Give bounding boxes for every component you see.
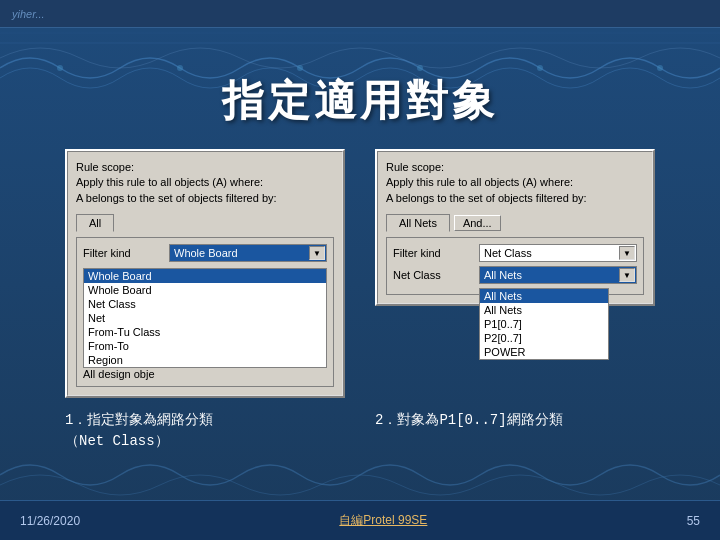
label-right: 2．對象為P1[0..7]網路分類 [375,410,655,452]
net-class-item-power[interactable]: POWER [480,345,608,359]
footer-center: 自編Protel 99SE [339,512,427,529]
dialog-right-inner: Rule scope: Apply this rule to all objec… [377,151,653,304]
labels-container: 1．指定對象為網路分類 （Net Class） 2．對象為P1[0..7]網路分… [65,410,655,452]
svg-point-4 [537,65,543,71]
rule-scope-right-line3: A belongs to the set of objects filtered… [386,192,587,204]
dropdown-item-from-to[interactable]: From-To [84,339,326,353]
net-class-row: Net Class All Nets ▼ All Nets All Nets [393,266,637,284]
footer: 11/26/2020 自編Protel 99SE 55 [0,500,720,540]
rule-scope-left: Rule scope: Apply this rule to all objec… [76,160,334,206]
dropdown-item-whole-board-2[interactable]: Whole Board [84,283,326,297]
label-left-line2: （Net Class） [65,433,169,449]
net-class-label: Net Class [393,269,473,281]
filter-kind-dropdown-arrow-right[interactable]: ▼ [619,246,635,260]
svg-point-3 [417,65,423,71]
all-design-row: All design obje [83,368,327,380]
net-class-item-all-nets-2[interactable]: All Nets [480,303,608,317]
filter-select-wrapper-right: Net Class ▼ [479,244,637,262]
rule-scope-line1: Rule scope: [76,161,134,173]
slide-container: yiher... 指定適用對象 [0,0,720,540]
filter-kind-label-left: Filter kind [83,247,163,259]
dropdown-item-whole-board-1[interactable]: Whole Board [84,269,326,283]
filter-select-wrapper-left: Whole Board ▼ [169,244,327,262]
net-class-select-wrapper: All Nets ▼ All Nets All Nets P1[0..7] P2… [479,266,637,284]
net-class-dropdown-arrow[interactable]: ▼ [619,268,635,282]
dropdown-list-left: Whole Board Whole Board Net Class Net Fr… [83,268,327,368]
slide-body: 指定適用對象 Rule scope: Apply this rule to al… [0,28,720,540]
net-class-select[interactable]: All Nets [479,266,637,284]
rule-scope-line2: Apply this rule to all objects (A) where… [76,176,263,188]
net-class-item-p1[interactable]: P1[0..7] [480,317,608,331]
rule-scope-line3: A belongs to the set of objects filtered… [76,192,277,204]
tab-and[interactable]: And... [454,215,501,231]
filter-kind-label-right: Filter kind [393,247,473,259]
dropdown-item-from-tu-class[interactable]: From-Tu Class [84,325,326,339]
footer-page: 55 [687,514,700,528]
tab-all-nets[interactable]: All Nets [386,214,450,232]
rule-scope-right-line1: Rule scope: [386,161,444,173]
rule-scope-right: Rule scope: Apply this rule to all objec… [386,160,644,206]
label-left-line1: 1．指定對象為網路分類 [65,412,213,428]
footer-date: 11/26/2020 [20,514,80,528]
dialog-left-inner: Rule scope: Apply this rule to all objec… [67,151,343,396]
dropdown-item-net-class[interactable]: Net Class [84,297,326,311]
all-design-label: All design obje [83,368,155,380]
svg-point-2 [297,65,303,71]
tab-all-left[interactable]: All [76,214,114,232]
dialogs-container: Rule scope: Apply this rule to all objec… [65,149,655,398]
dialog-right: Rule scope: Apply this rule to all objec… [375,149,655,306]
tabs-row-right: All Nets And... [386,214,644,231]
tab-content-left: Filter kind Whole Board ▼ Whole Board [76,237,334,387]
net-class-item-all-nets-1[interactable]: All Nets [480,289,608,303]
header-watermark: yiher... [12,8,45,20]
net-class-item-p2[interactable]: P2[0..7] [480,331,608,345]
svg-point-5 [657,65,663,71]
filter-kind-row-left: Filter kind Whole Board ▼ [83,244,327,262]
label-left: 1．指定對象為網路分類 （Net Class） [65,410,345,452]
slide-title: 指定適用對象 [222,73,498,129]
filter-kind-row-right: Filter kind Net Class ▼ [393,244,637,262]
filter-kind-select-left[interactable]: Whole Board [169,244,327,262]
dialog-left: Rule scope: Apply this rule to all objec… [65,149,345,398]
dropdown-item-net[interactable]: Net [84,311,326,325]
header-bar: yiher... [0,0,720,28]
svg-point-1 [177,65,183,71]
filter-kind-select-right[interactable]: Net Class [479,244,637,262]
rule-scope-right-line2: Apply this rule to all objects (A) where… [386,176,573,188]
svg-point-0 [57,65,63,71]
dropdown-item-region[interactable]: Region [84,353,326,367]
tab-area-left: All [76,214,334,231]
net-class-dropdown-list: All Nets All Nets P1[0..7] P2[0..7] POWE… [479,288,609,360]
filter-kind-dropdown-arrow-left[interactable]: ▼ [309,246,325,260]
tab-content-right: Filter kind Net Class ▼ Net Class [386,237,644,295]
wave-decoration-bottom [0,445,720,500]
